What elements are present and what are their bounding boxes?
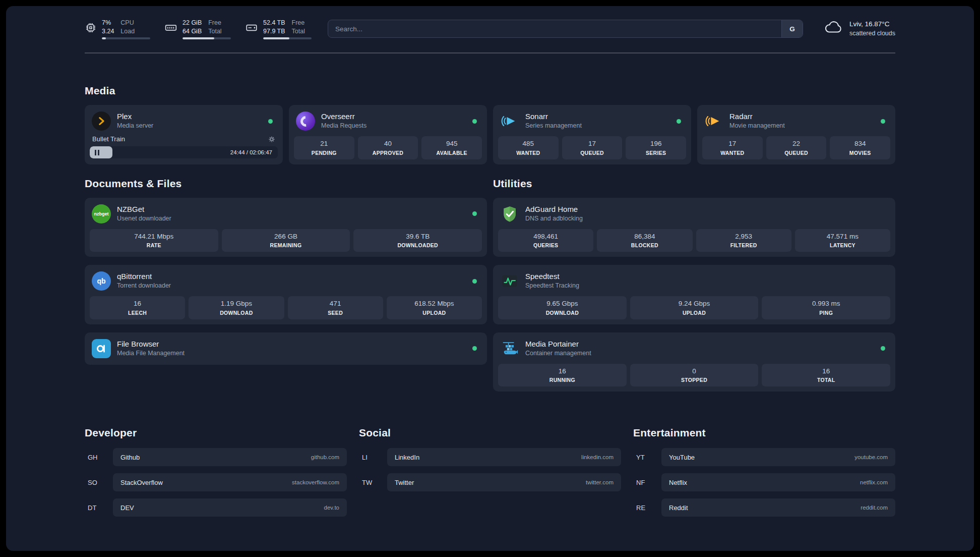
disk-total-label: Total: [292, 28, 305, 35]
stat-upload: 618.52 Mbps UPLOAD: [387, 296, 482, 319]
bookmark-github: GH Github github.com: [85, 448, 347, 466]
stat-download: 9.65 Gbps DOWNLOAD: [498, 296, 627, 319]
section-title-developer: Developer: [85, 427, 347, 439]
stat-available: 945 AVAILABLE: [421, 136, 482, 159]
top-bar: 7% 3.24 CPU Load: [85, 17, 895, 40]
bookmark-abbr: TW: [359, 479, 380, 486]
cpu-bar: [102, 37, 150, 39]
service-description: Speedtest Tracking: [525, 282, 579, 290]
playback-progress-fill: [90, 146, 112, 158]
bookmark-youtube: YT YouTube youtube.com: [633, 448, 895, 466]
cpu-load-label: Load: [120, 28, 135, 35]
playback-progress-bar: 24:44 / 02:06:47: [90, 146, 278, 158]
cpu-icon: [85, 22, 97, 36]
bookmark-link-youtube[interactable]: YouTube youtube.com: [661, 448, 895, 466]
stat-download: 1.19 Gbps DOWNLOAD: [189, 296, 284, 319]
memory-free-value: 22 GiB: [182, 19, 202, 26]
bookmark-link-reddit[interactable]: Reddit reddit.com: [661, 498, 895, 517]
stat-series: 196 SERIES: [626, 136, 686, 159]
service-card-portainer[interactable]: Media Portainer Container management 16 …: [493, 332, 895, 392]
service-card-plex[interactable]: Plex Media server Bullet Train 24:44 / 0…: [85, 105, 283, 164]
service-card-adguard[interactable]: AdGuard Home DNS and adblocking 498,461 …: [493, 198, 895, 257]
overseerr-icon: [296, 112, 315, 131]
service-card-overseerr[interactable]: Overseerr Media Requests 21 PENDING 40 A…: [289, 105, 487, 164]
status-dot: [268, 119, 273, 124]
status-dot: [677, 119, 681, 124]
bookmark-abbr: LI: [359, 454, 380, 461]
weather-condition: scattered clouds: [849, 29, 895, 37]
status-dot: [472, 211, 477, 216]
service-description: DNS and adblocking: [525, 215, 583, 223]
bookmark-link-dev[interactable]: DEV dev.to: [113, 498, 347, 517]
bookmark-reddit: RE Reddit reddit.com: [633, 498, 895, 517]
portainer-icon: [500, 339, 519, 358]
bookmark-link-linkedin[interactable]: LinkedIn linkedin.com: [387, 448, 621, 466]
status-dot: [881, 119, 885, 124]
bookmark-abbr: YT: [633, 454, 654, 461]
cpu-usage-value: 7%: [102, 19, 114, 26]
stat-filtered: 2,953 FILTERED: [696, 229, 791, 252]
cpu-widget: 7% 3.24 CPU Load: [85, 18, 150, 39]
stat-blocked: 86,384 BLOCKED: [597, 229, 692, 252]
service-name: Plex: [117, 112, 153, 121]
disk-icon: [245, 21, 258, 36]
disk-total-value: 97.9 TB: [263, 28, 285, 35]
service-description: Media server: [117, 122, 153, 130]
service-card-filebrowser[interactable]: File Browser Media File Management: [85, 332, 487, 365]
service-name: Speedtest: [525, 272, 579, 281]
bookmark-link-netflix[interactable]: Netflix netflix.com: [661, 473, 895, 491]
service-description: Media File Management: [117, 350, 185, 358]
playback-time: 24:44 / 02:06:47: [230, 149, 272, 155]
bookmark-netflix: NF Netflix netflix.com: [633, 473, 895, 491]
stat-leech: 16 LEECH: [90, 296, 185, 319]
bookmark-link-stackoverflow[interactable]: StackOverflow stackoverflow.com: [113, 473, 347, 491]
disk-widget: 52.4 TB 97.9 TB Free Total: [245, 18, 312, 39]
stat-wanted: 17 WANTED: [702, 136, 763, 159]
memory-icon: [164, 21, 177, 36]
status-dot: [472, 346, 477, 351]
bookmark-twitter: TW Twitter twitter.com: [359, 473, 621, 491]
stat-movies: 834 MOVIES: [830, 136, 890, 159]
search-provider-button[interactable]: G: [781, 20, 803, 37]
section-title-entertainment: Entertainment: [633, 427, 895, 439]
bookmark-linkedin: LI LinkedIn linkedin.com: [359, 448, 621, 466]
section-title-media: Media: [85, 85, 895, 97]
dashboard: 7% 3.24 CPU Load: [6, 6, 974, 551]
service-card-qbittorrent[interactable]: qb qBittorrent Torrent downloader 16 LEE…: [85, 265, 487, 324]
stat-wanted: 485 WANTED: [498, 136, 559, 159]
system-widgets: 7% 3.24 CPU Load: [85, 18, 312, 39]
bookmark-abbr: GH: [85, 454, 106, 461]
service-card-nzbget[interactable]: nzbget NZBGet Usenet downloader 744.21 M…: [85, 198, 487, 257]
service-card-radarr[interactable]: Radarr Movie management 17 WANTED 22 QUE…: [697, 105, 895, 164]
service-name: AdGuard Home: [525, 205, 583, 214]
bookmark-dev: DT DEV dev.to: [85, 498, 347, 517]
service-card-speedtest[interactable]: Speedtest Speedtest Tracking 9.65 Gbps D…: [493, 265, 895, 324]
adguard-icon: [500, 204, 519, 224]
bookmark-abbr: NF: [633, 479, 654, 486]
service-name: Overseerr: [321, 112, 366, 121]
service-description: Torrent downloader: [117, 282, 171, 290]
disk-free-value: 52.4 TB: [263, 19, 285, 26]
bookmark-link-github[interactable]: Github github.com: [113, 448, 347, 466]
search-input[interactable]: [328, 20, 781, 37]
memory-total-value: 64 GiB: [182, 28, 202, 35]
gear-icon[interactable]: [268, 136, 275, 143]
cpu-usage-label: CPU: [120, 19, 135, 26]
now-playing-title: Bullet Train: [92, 135, 125, 143]
bookmark-abbr: SO: [85, 479, 106, 486]
section-title-utilities: Utilities: [493, 178, 895, 190]
pause-icon[interactable]: [95, 150, 99, 155]
service-card-sonarr[interactable]: Sonarr Series management 485 WANTED 17 Q…: [493, 105, 691, 164]
radarr-icon: [704, 112, 723, 131]
speedtest-icon: [500, 271, 519, 291]
plex-icon: [92, 112, 111, 131]
stat-rate: 744.21 Mbps RATE: [90, 229, 218, 252]
bookmark-link-twitter[interactable]: Twitter twitter.com: [387, 473, 621, 491]
sonarr-icon: [500, 112, 519, 131]
section-title-social: Social: [359, 427, 621, 439]
service-description: Container management: [525, 350, 591, 358]
disk-bar: [263, 37, 312, 39]
service-name: Radarr: [729, 112, 785, 121]
stat-approved: 40 APPROVED: [358, 136, 418, 159]
stat-queued: 17 QUEUED: [562, 136, 623, 159]
